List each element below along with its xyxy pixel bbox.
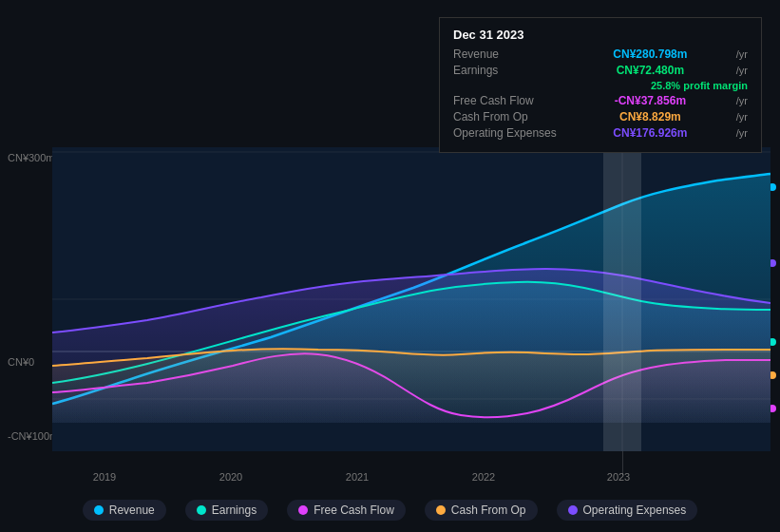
chart-container: Dec 31 2023 Revenue CN¥280.798m /yr Earn…: [0, 0, 780, 532]
legend-dot-revenue: [94, 505, 104, 515]
chart-svg: [52, 147, 770, 451]
legend-label-revenue: Revenue: [109, 504, 155, 517]
chart-legend: Revenue Earnings Free Cash Flow Cash Fro…: [0, 500, 780, 521]
legend-dot-earnings: [197, 505, 206, 515]
legend-label-cashop: Cash From Op: [451, 504, 526, 517]
tooltip-panel: Dec 31 2023 Revenue CN¥280.798m /yr Earn…: [439, 17, 762, 153]
tooltip-revenue: Revenue CN¥280.798m /yr: [453, 48, 748, 61]
legend-dot-cashop: [436, 505, 446, 515]
legend-opex[interactable]: Operating Expenses: [557, 500, 698, 521]
x-label-2021: 2021: [346, 471, 369, 483]
tooltip-earnings: Earnings CN¥72.480m /yr: [453, 64, 748, 77]
legend-label-earnings: Earnings: [212, 504, 257, 517]
tooltip-date: Dec 31 2023: [453, 28, 748, 42]
x-label-2022: 2022: [472, 471, 495, 483]
x-label-2020: 2020: [219, 471, 242, 483]
legend-fcf[interactable]: Free Cash Flow: [287, 500, 406, 521]
x-label-2023: 2023: [607, 471, 630, 483]
y-label-300: CN¥300m: [8, 152, 55, 163]
legend-dot-fcf: [298, 505, 308, 515]
legend-label-opex: Operating Expenses: [583, 504, 687, 517]
x-label-2019: 2019: [93, 471, 116, 483]
legend-earnings[interactable]: Earnings: [185, 500, 268, 521]
legend-cashop[interactable]: Cash From Op: [425, 500, 538, 521]
y-label-0: CN¥0: [8, 356, 34, 368]
y-label-neg100: -CN¥100m: [8, 430, 58, 442]
tooltip-cashop: Cash From Op CN¥8.829m /yr: [453, 110, 748, 124]
tooltip-fcf: Free Cash Flow -CN¥37.856m /yr: [453, 94, 748, 107]
legend-dot-opex: [568, 505, 578, 515]
legend-label-fcf: Free Cash Flow: [314, 504, 394, 517]
legend-revenue[interactable]: Revenue: [83, 500, 166, 521]
tooltip-opex: Operating Expenses CN¥176.926m /yr: [453, 126, 748, 140]
tooltip-margin: 25.8% profit margin: [453, 80, 748, 91]
